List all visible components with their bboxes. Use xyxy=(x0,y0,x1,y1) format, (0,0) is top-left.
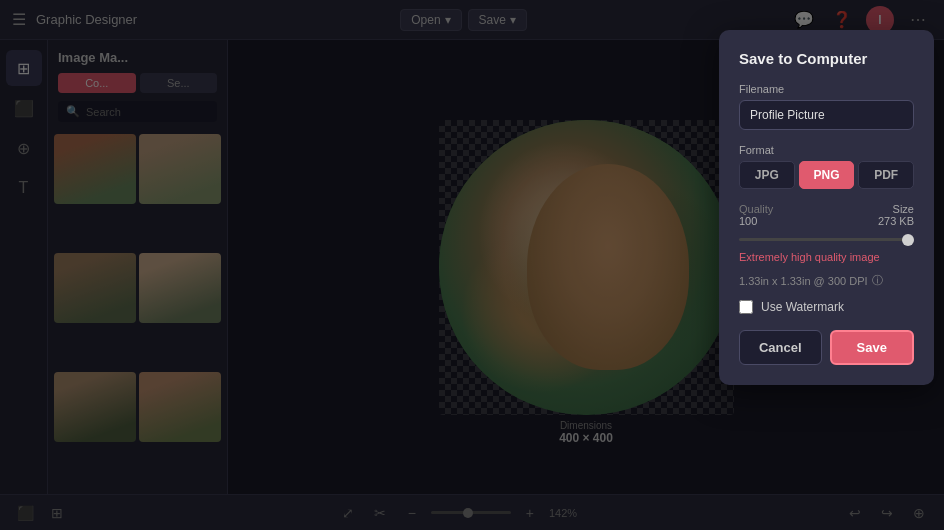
dimensions-info-text: 1.33in x 1.33in @ 300 DPI xyxy=(739,275,868,287)
dimensions-info: 1.33in x 1.33in @ 300 DPI ⓘ xyxy=(739,273,914,288)
quality-label: Quality xyxy=(739,203,773,215)
quality-slider-row xyxy=(739,227,914,245)
watermark-row: Use Watermark xyxy=(739,300,914,314)
quality-section: Quality 100 Size 273 KB Extremely high q… xyxy=(739,203,914,263)
filename-input[interactable] xyxy=(739,100,914,130)
size-label: Size xyxy=(878,203,914,215)
dialog-actions: Cancel Save xyxy=(739,330,914,365)
quality-value: 100 xyxy=(739,215,773,227)
format-label: Format xyxy=(739,144,914,156)
dialog-save-button[interactable]: Save xyxy=(830,330,915,365)
format-row: JPG PNG PDF xyxy=(739,161,914,189)
filename-label: Filename xyxy=(739,83,914,95)
quality-col: Quality 100 xyxy=(739,203,773,227)
quality-size-row: Quality 100 Size 273 KB xyxy=(739,203,914,227)
size-col: Size 273 KB xyxy=(878,203,914,227)
watermark-label: Use Watermark xyxy=(761,300,844,314)
save-dialog: Save to Computer Filename Format JPG PNG… xyxy=(719,30,934,385)
quality-slider[interactable] xyxy=(739,238,914,241)
cancel-button[interactable]: Cancel xyxy=(739,330,822,365)
format-jpg-button[interactable]: JPG xyxy=(739,161,795,189)
info-icon[interactable]: ⓘ xyxy=(872,273,883,288)
size-value: 273 KB xyxy=(878,215,914,227)
watermark-checkbox[interactable] xyxy=(739,300,753,314)
format-png-button[interactable]: PNG xyxy=(799,161,855,189)
dialog-title: Save to Computer xyxy=(739,50,914,67)
format-pdf-button[interactable]: PDF xyxy=(858,161,914,189)
quality-description: Extremely high quality image xyxy=(739,251,914,263)
